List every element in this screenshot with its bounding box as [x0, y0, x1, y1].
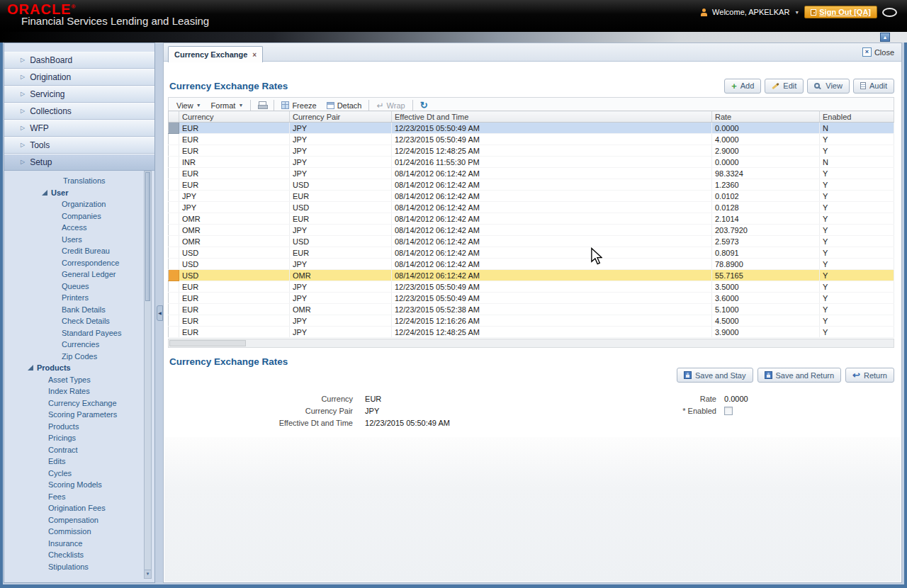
- cell-effective[interactable]: 08/14/2012 06:12:42 AM: [392, 247, 712, 259]
- tree-item-translations[interactable]: Translations: [4, 175, 154, 187]
- cell-effective[interactable]: 08/14/2012 06:12:42 AM: [392, 191, 712, 202]
- row-gutter-cell[interactable]: [169, 213, 179, 225]
- table-row[interactable]: EURJPY12/23/2015 05:50:49 AM0.0000N: [169, 123, 894, 134]
- tree-item-products[interactable]: Products: [4, 421, 154, 433]
- tree-item-origination-fees[interactable]: Origination Fees: [4, 502, 154, 514]
- row-gutter-cell[interactable]: [169, 157, 179, 168]
- tree-item-currencies[interactable]: Currencies: [4, 339, 154, 351]
- row-gutter-cell[interactable]: [169, 315, 179, 327]
- cell-effective[interactable]: 12/23/2015 05:50:49 AM: [392, 281, 712, 293]
- sidebar-item-dashboard[interactable]: ▷DashBoard: [4, 52, 154, 69]
- table-row[interactable]: EURUSD08/14/2012 06:12:42 AM1.2360Y: [169, 179, 894, 191]
- sidebar-scrollbar[interactable]: ▼: [144, 171, 152, 579]
- cell-pair[interactable]: JPY: [290, 123, 392, 134]
- tab-currency-exchange[interactable]: Currency Exchange ×: [168, 46, 263, 62]
- row-gutter-cell[interactable]: [169, 236, 179, 247]
- toolbar-view-menu[interactable]: View ▼: [171, 101, 206, 110]
- cell-pair[interactable]: EUR: [290, 247, 392, 259]
- sidebar-item-setup[interactable]: ▷Setup: [4, 154, 154, 171]
- cell-pair[interactable]: OMR: [290, 304, 392, 315]
- view-button[interactable]: View: [807, 79, 850, 94]
- wrap-button[interactable]: ↵ Wrap: [371, 101, 410, 111]
- row-gutter-cell[interactable]: [169, 259, 179, 270]
- table-row[interactable]: EURJPY12/24/2015 12:48:25 AM3.9000Y: [169, 327, 894, 338]
- cell-rate[interactable]: 4.0000: [712, 134, 820, 145]
- cell-enabled[interactable]: Y: [820, 293, 894, 304]
- cell-rate[interactable]: 5.1000: [712, 304, 820, 315]
- tree-item-insurance[interactable]: Insurance: [4, 538, 154, 550]
- cell-effective[interactable]: 12/23/2015 05:52:38 AM: [392, 304, 712, 315]
- cell-currency[interactable]: EUR: [179, 123, 290, 134]
- sidebar-collapse-handle[interactable]: ◀: [157, 305, 163, 321]
- page-scroll-up-button[interactable]: ▲: [880, 33, 890, 42]
- cell-currency[interactable]: JPY: [179, 191, 290, 202]
- cell-rate[interactable]: 78.8900: [712, 259, 820, 270]
- row-gutter-cell[interactable]: [169, 304, 179, 315]
- cell-currency[interactable]: EUR: [179, 179, 290, 191]
- sidebar-item-servicing[interactable]: ▷Servicing: [4, 86, 154, 103]
- row-gutter-cell[interactable]: [169, 123, 179, 134]
- cell-enabled[interactable]: Y: [820, 225, 894, 236]
- cell-effective[interactable]: 12/23/2015 05:50:49 AM: [392, 134, 712, 145]
- table-row[interactable]: EURJPY12/23/2015 05:50:49 AM3.6000Y: [169, 293, 894, 304]
- print-button[interactable]: [253, 101, 271, 109]
- tree-item-bank-details[interactable]: Bank Details: [4, 304, 154, 316]
- cell-currency[interactable]: EUR: [179, 168, 290, 179]
- cell-enabled[interactable]: N: [820, 157, 894, 168]
- column-header-currency-pair[interactable]: Currency Pair: [290, 111, 392, 123]
- cell-enabled[interactable]: Y: [820, 145, 894, 157]
- cell-rate[interactable]: 0.8091: [712, 247, 820, 259]
- collapse-node-icon[interactable]: [42, 190, 47, 196]
- tree-item-zip-codes[interactable]: Zip Codes: [4, 351, 154, 363]
- cell-enabled[interactable]: Y: [820, 134, 894, 145]
- tree-item-correspondence[interactable]: Correspondence: [4, 257, 154, 269]
- table-hscroll-thumb[interactable]: [169, 340, 246, 346]
- table-row[interactable]: EURJPY12/24/2015 12:48:25 AM2.9000Y: [169, 145, 894, 157]
- table-horizontal-scrollbar[interactable]: [168, 339, 894, 348]
- row-gutter-cell[interactable]: [169, 202, 179, 213]
- table-row[interactable]: OMRJPY08/14/2012 06:12:42 AM203.7920Y: [169, 225, 894, 236]
- cell-rate[interactable]: 0.0000: [712, 157, 820, 168]
- tree-item-organization[interactable]: Organization: [4, 198, 154, 210]
- cell-rate[interactable]: 3.5000: [712, 281, 820, 293]
- tree-item-currency-exchange[interactable]: Currency Exchange: [4, 397, 154, 409]
- table-row[interactable]: OMREUR08/14/2012 06:12:42 AM2.1014Y: [169, 213, 894, 225]
- tree-item-user[interactable]: User: [4, 187, 154, 199]
- tree-item-cycles[interactable]: Cycles: [4, 468, 154, 480]
- save-and-return-button[interactable]: Save and Return: [757, 368, 842, 383]
- refresh-button[interactable]: ↻: [415, 100, 433, 111]
- audit-button[interactable]: Audit: [853, 79, 894, 94]
- cell-pair[interactable]: JPY: [290, 134, 392, 145]
- tree-item-contract[interactable]: Contract: [4, 444, 154, 456]
- enabled-checkbox[interactable]: [724, 407, 733, 415]
- table-row[interactable]: EURJPY12/24/2015 12:16:26 AM4.5000Y: [169, 315, 894, 327]
- tree-item-check-details[interactable]: Check Details: [4, 315, 154, 327]
- toolbar-format-menu[interactable]: Format ▼: [206, 101, 249, 110]
- tree-item-edits[interactable]: Edits: [4, 456, 154, 468]
- table-row[interactable]: USDEUR08/14/2012 06:12:42 AM0.8091Y: [169, 247, 894, 259]
- cell-rate[interactable]: 4.5000: [712, 315, 820, 327]
- close-control[interactable]: × Close: [862, 47, 894, 57]
- cell-enabled[interactable]: Y: [820, 259, 894, 270]
- cell-pair[interactable]: USD: [290, 236, 392, 247]
- row-gutter-cell[interactable]: [169, 270, 179, 281]
- cell-pair[interactable]: JPY: [290, 281, 392, 293]
- welcome-menu[interactable]: Welcome, APKELKAR: [712, 8, 789, 16]
- cell-enabled[interactable]: Y: [820, 247, 894, 259]
- sidebar-item-origination[interactable]: ▷Origination: [4, 69, 154, 86]
- cell-enabled[interactable]: Y: [820, 213, 894, 225]
- cell-currency[interactable]: OMR: [179, 225, 290, 236]
- row-gutter-cell[interactable]: [169, 145, 179, 157]
- tree-item-companies[interactable]: Companies: [4, 210, 154, 222]
- freeze-button[interactable]: Freeze: [276, 101, 321, 110]
- row-gutter-cell[interactable]: [169, 281, 179, 293]
- sidebar-item-tools[interactable]: ▷Tools: [4, 137, 154, 154]
- return-button[interactable]: ↩ Return: [845, 368, 894, 383]
- tree-item-stipulations[interactable]: Stipulations: [4, 561, 154, 573]
- table-row[interactable]: EUROMR12/23/2015 05:52:38 AM5.1000Y: [169, 304, 894, 315]
- row-gutter-cell[interactable]: [169, 293, 179, 304]
- cell-rate[interactable]: 203.7920: [712, 225, 820, 236]
- cell-enabled[interactable]: Y: [820, 179, 894, 191]
- cell-currency[interactable]: USD: [179, 259, 290, 270]
- cell-enabled[interactable]: Y: [820, 168, 894, 179]
